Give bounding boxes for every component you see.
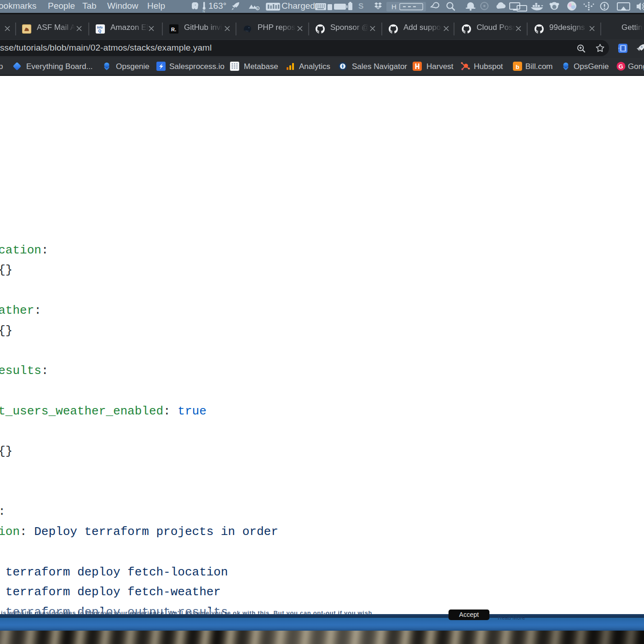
svg-text:Q: Q (98, 29, 102, 33)
svg-text:N: N (203, 10, 205, 13)
svg-text:R.: R. (171, 27, 176, 32)
svg-text:a: a (257, 7, 259, 10)
svg-text:b: b (516, 63, 519, 70)
svg-text:G: G (619, 63, 623, 70)
svg-text:S: S (358, 2, 363, 11)
svg-text:H: H (391, 3, 397, 11)
